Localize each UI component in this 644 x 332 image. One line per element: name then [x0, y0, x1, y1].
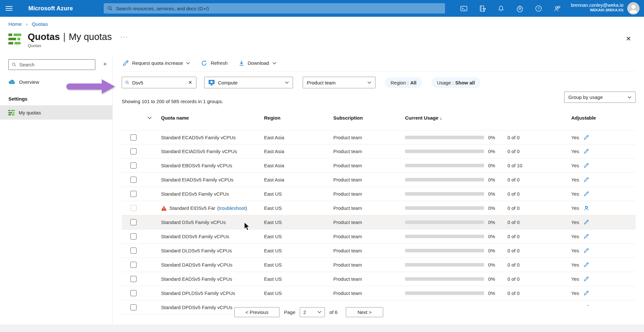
edit-pencil-icon[interactable]	[583, 163, 589, 168]
table-row[interactable]: Standard EBDSv5 Family vCPUsEast AsiaPro…	[122, 159, 636, 173]
row-checkbox[interactable]	[130, 205, 137, 211]
account-menu[interactable]: brennan.conley@weka.io WEKAIO (WEKA.IO)	[571, 2, 623, 13]
page-title: Quotas|My quotas	[28, 32, 112, 42]
usage-percent: 0%	[488, 191, 507, 197]
table-row[interactable]: Standard DSv5 Family vCPUsEast USProduct…	[122, 215, 636, 229]
row-checkbox[interactable]	[130, 219, 137, 225]
edit-pencil-icon[interactable]	[583, 135, 589, 140]
group-by-dropdown[interactable]: Group by usage	[564, 92, 636, 103]
edit-pencil-icon[interactable]	[583, 149, 589, 154]
provider-dropdown[interactable]: Compute	[204, 77, 293, 88]
table-row[interactable]: Standard DPLDSv5 Family vCPUsEast USProd…	[122, 286, 636, 300]
sidebar-item-overview[interactable]: Overview	[0, 75, 112, 88]
chevron-down-icon	[272, 62, 276, 64]
row-checkbox[interactable]	[130, 148, 137, 154]
table-row[interactable]: Standard EDSv5 Family vCPUsEast USProduc…	[122, 187, 636, 201]
more-options-icon[interactable]: ···	[120, 34, 128, 40]
page-number-dropdown[interactable]: 2	[300, 307, 325, 317]
breadcrumb-quotas-link[interactable]: Quotas	[32, 21, 48, 27]
quota-filter-search-box[interactable]: ✕	[122, 77, 196, 88]
filter-bar: ✕ Compute Product team	[122, 77, 636, 88]
breadcrumb: Home › Quotas	[8, 21, 48, 27]
adjustable-value: Yes	[571, 234, 579, 239]
quota-name: Standard EIADSv5 Family vCPUs	[161, 177, 233, 182]
settings-gear-icon[interactable]	[516, 5, 524, 12]
usage-percent: 0%	[488, 276, 507, 282]
subscription-cell: Product team	[333, 276, 405, 282]
adjustable-value: Yes	[571, 205, 579, 211]
avatar[interactable]	[627, 2, 639, 15]
row-checkbox[interactable]	[130, 290, 137, 296]
column-header-quota-name[interactable]: Quota name	[161, 115, 264, 121]
sidebar-search-box[interactable]	[8, 59, 95, 70]
usage-percent: 0%	[488, 177, 507, 182]
user-tenant: WEKAIO (WEKA.IO)	[571, 8, 623, 13]
cloud-shell-icon[interactable]	[460, 5, 468, 12]
row-checkbox[interactable]	[130, 304, 137, 310]
usage-count: 0 of 0	[507, 276, 546, 282]
previous-page-button[interactable]: < Previous	[234, 307, 279, 317]
subscription-cell: Product team	[333, 234, 405, 239]
clear-search-icon[interactable]: ✕	[187, 80, 193, 85]
row-checkbox[interactable]	[130, 162, 137, 169]
azure-brand-logo[interactable]: Microsoft Azure	[28, 5, 73, 12]
edit-pencil-icon[interactable]	[583, 262, 589, 268]
edit-pencil-icon[interactable]	[583, 177, 589, 182]
sidebar-search-input[interactable]	[19, 62, 92, 67]
row-checkbox[interactable]	[130, 276, 137, 282]
usage-filter-pill[interactable]: Usage :Show all	[431, 77, 480, 88]
breadcrumb-home-link[interactable]: Home	[8, 21, 22, 27]
quota-name: Standard ECIADSv5 Family vCPUs	[161, 149, 237, 154]
next-page-button[interactable]: Next >	[346, 307, 383, 317]
refresh-button[interactable]: Refresh	[200, 59, 228, 68]
quota-filter-input[interactable]	[132, 80, 185, 85]
table-row[interactable]: Standard ECIADSv5 Family vCPUsEast AsiaP…	[122, 144, 636, 159]
sidebar-collapse-icon[interactable]: «	[104, 61, 107, 67]
edit-pencil-icon[interactable]	[583, 290, 589, 296]
directories-filter-icon[interactable]	[478, 5, 486, 12]
sidebar-item-my-quotas[interactable]: My quotas	[0, 105, 112, 120]
column-header-subscription[interactable]: Subscription	[333, 115, 405, 121]
table-row[interactable]: Standard EADSv5 Family vCPUsEast USProdu…	[122, 272, 636, 286]
edit-pencil-icon[interactable]	[583, 220, 589, 225]
column-header-region[interactable]: Region	[264, 115, 333, 121]
table-row[interactable]: Standard ECADSv5 Family vCPUsEast AsiaPr…	[122, 130, 636, 144]
hamburger-menu-icon[interactable]	[0, 0, 18, 17]
edit-pencil-icon[interactable]	[583, 234, 589, 239]
row-checkbox[interactable]	[130, 248, 137, 254]
table-row[interactable]: Standard DADSv5 Family vCPUsEast USProdu…	[122, 258, 636, 272]
column-header-adjustable[interactable]: Adjustable	[571, 115, 636, 121]
help-icon[interactable]: ?	[535, 5, 542, 12]
edit-pencil-icon[interactable]	[583, 191, 589, 197]
region-filter-pill[interactable]: Region :All	[385, 77, 422, 88]
subscription-cell: Product team	[333, 220, 405, 225]
row-checkbox[interactable]	[130, 191, 137, 197]
table-row[interactable]: Standard EIADSv5 Family vCPUsEast AsiaPr…	[122, 173, 636, 187]
table-row[interactable]: Standard EIDSv5 Far(troubleshoot)East US…	[122, 201, 636, 215]
global-search-bar[interactable]	[104, 3, 445, 14]
edit-pencil-icon[interactable]	[583, 276, 589, 282]
row-checkbox[interactable]	[130, 233, 137, 239]
usage-count: 0 of 0	[507, 290, 546, 296]
column-header-current-usage[interactable]: Current Usage ↓	[405, 115, 488, 121]
group-collapse-icon[interactable]	[147, 116, 161, 119]
usage-progress-bar	[405, 206, 484, 210]
subscription-dropdown[interactable]: Product team	[303, 77, 375, 88]
feedback-icon[interactable]	[553, 5, 561, 12]
global-search-input[interactable]	[116, 6, 441, 11]
compute-icon	[208, 80, 215, 85]
row-checkbox[interactable]	[130, 177, 137, 183]
notifications-bell-icon[interactable]	[497, 5, 505, 12]
quota-name: Standard EIDSv5 Far	[169, 205, 215, 211]
table-row[interactable]: Standard DLDSv5 Family vCPUsEast USProdu…	[122, 244, 636, 258]
close-icon[interactable]: ✕	[626, 35, 631, 43]
row-checkbox[interactable]	[130, 262, 137, 268]
table-row[interactable]: Standard DDSv5 Family vCPUsEast USProduc…	[122, 229, 636, 244]
row-checkbox[interactable]	[130, 134, 137, 141]
download-button[interactable]: Download	[238, 59, 277, 68]
support-request-icon[interactable]	[583, 205, 589, 211]
troubleshoot-link[interactable]: troubleshoot	[219, 205, 246, 211]
svg-text:?: ?	[537, 6, 539, 10]
edit-pencil-icon[interactable]	[583, 248, 589, 253]
request-quota-increase-button[interactable]: Request quota increase	[122, 59, 191, 68]
